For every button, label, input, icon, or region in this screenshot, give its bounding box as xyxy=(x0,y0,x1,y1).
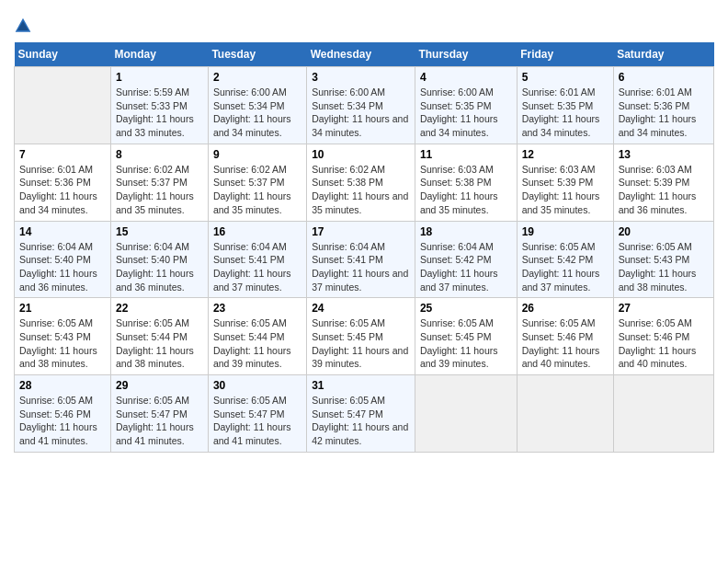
day-number: 27 xyxy=(619,302,709,315)
day-header-friday: Friday xyxy=(517,42,613,67)
calendar-body: 1 Sunrise: 5:59 AM Sunset: 5:33 PM Dayli… xyxy=(15,67,714,453)
day-daylight: Daylight: 11 hours and 34 minutes. xyxy=(619,113,697,138)
day-daylight: Daylight: 11 hours and 33 minutes. xyxy=(116,113,194,138)
calendar-cell: 24 Sunrise: 6:05 AM Sunset: 5:45 PM Dayl… xyxy=(307,298,415,375)
day-sunset: Sunset: 5:35 PM xyxy=(420,100,492,111)
day-sunrise: Sunrise: 6:05 AM xyxy=(116,317,189,328)
day-sunrise: Sunrise: 6:03 AM xyxy=(619,164,692,175)
day-number: 22 xyxy=(116,302,203,315)
day-sunrise: Sunrise: 6:01 AM xyxy=(619,86,692,98)
day-sunset: Sunset: 5:46 PM xyxy=(19,408,91,419)
day-sunrise: Sunrise: 6:04 AM xyxy=(312,241,385,252)
calendar-cell xyxy=(517,375,613,453)
calendar-cell: 28 Sunrise: 6:05 AM Sunset: 5:46 PM Dayl… xyxy=(15,375,111,453)
calendar-cell xyxy=(15,67,111,144)
day-sunrise: Sunrise: 6:01 AM xyxy=(522,86,596,98)
calendar-cell: 8 Sunrise: 6:02 AM Sunset: 5:37 PM Dayli… xyxy=(111,144,209,221)
day-sunset: Sunset: 5:36 PM xyxy=(19,177,91,188)
day-sunset: Sunset: 5:43 PM xyxy=(619,254,690,265)
day-sunrise: Sunrise: 6:02 AM xyxy=(312,164,385,175)
calendar-cell: 1 Sunrise: 5:59 AM Sunset: 5:33 PM Dayli… xyxy=(111,67,209,144)
day-sunset: Sunset: 5:37 PM xyxy=(213,177,285,188)
week-row-3: 14 Sunrise: 6:04 AM Sunset: 5:40 PM Dayl… xyxy=(15,221,714,298)
day-number: 1 xyxy=(116,71,203,84)
day-number: 19 xyxy=(522,225,609,238)
day-daylight: Daylight: 11 hours and 35 minutes. xyxy=(312,190,408,215)
day-sunrise: Sunrise: 6:00 AM xyxy=(312,86,385,98)
day-sunrise: Sunrise: 6:03 AM xyxy=(522,164,596,175)
day-sunset: Sunset: 5:42 PM xyxy=(522,254,594,265)
day-number: 9 xyxy=(213,148,301,161)
day-daylight: Daylight: 11 hours and 41 minutes. xyxy=(19,421,97,446)
day-number: 4 xyxy=(420,71,512,84)
day-sunset: Sunset: 5:39 PM xyxy=(522,177,594,188)
calendar-cell: 15 Sunrise: 6:04 AM Sunset: 5:40 PM Dayl… xyxy=(111,221,209,298)
week-row-2: 7 Sunrise: 6:01 AM Sunset: 5:36 PM Dayli… xyxy=(15,144,714,221)
day-daylight: Daylight: 11 hours and 34 minutes. xyxy=(420,113,498,138)
day-sunset: Sunset: 5:47 PM xyxy=(116,408,188,419)
day-sunrise: Sunrise: 6:01 AM xyxy=(19,164,93,175)
day-number: 7 xyxy=(19,148,106,161)
day-daylight: Daylight: 11 hours and 36 minutes. xyxy=(19,268,97,293)
calendar-cell: 11 Sunrise: 6:03 AM Sunset: 5:38 PM Dayl… xyxy=(415,144,517,221)
day-daylight: Daylight: 11 hours and 40 minutes. xyxy=(619,345,697,370)
day-daylight: Daylight: 11 hours and 37 minutes. xyxy=(213,268,291,293)
day-sunset: Sunset: 5:33 PM xyxy=(116,100,188,111)
day-sunrise: Sunrise: 6:05 AM xyxy=(312,317,385,328)
day-daylight: Daylight: 11 hours and 37 minutes. xyxy=(312,268,408,293)
day-sunset: Sunset: 5:40 PM xyxy=(19,254,91,265)
day-header-saturday: Saturday xyxy=(613,42,713,67)
day-number: 6 xyxy=(619,71,709,84)
week-row-4: 21 Sunrise: 6:05 AM Sunset: 5:43 PM Dayl… xyxy=(15,298,714,375)
week-row-1: 1 Sunrise: 5:59 AM Sunset: 5:33 PM Dayli… xyxy=(15,67,714,144)
calendar-cell: 2 Sunrise: 6:00 AM Sunset: 5:34 PM Dayli… xyxy=(208,67,306,144)
day-number: 14 xyxy=(19,225,106,238)
header xyxy=(14,9,714,35)
calendar-cell: 23 Sunrise: 6:05 AM Sunset: 5:44 PM Dayl… xyxy=(208,298,306,375)
week-row-5: 28 Sunrise: 6:05 AM Sunset: 5:46 PM Dayl… xyxy=(15,375,714,453)
day-sunrise: Sunrise: 6:00 AM xyxy=(420,86,494,98)
day-daylight: Daylight: 11 hours and 39 minutes. xyxy=(213,345,291,370)
day-sunset: Sunset: 5:41 PM xyxy=(312,254,383,265)
logo xyxy=(14,17,36,35)
calendar-cell: 25 Sunrise: 6:05 AM Sunset: 5:45 PM Dayl… xyxy=(415,298,517,375)
day-number: 10 xyxy=(312,148,410,161)
day-daylight: Daylight: 11 hours and 34 minutes. xyxy=(522,113,600,138)
calendar-cell: 12 Sunrise: 6:03 AM Sunset: 5:39 PM Dayl… xyxy=(517,144,613,221)
day-sunset: Sunset: 5:36 PM xyxy=(619,100,690,111)
day-sunrise: Sunrise: 6:05 AM xyxy=(19,317,93,328)
day-sunset: Sunset: 5:41 PM xyxy=(213,254,285,265)
day-daylight: Daylight: 11 hours and 34 minutes. xyxy=(312,113,408,138)
day-number: 12 xyxy=(522,148,609,161)
day-daylight: Daylight: 11 hours and 42 minutes. xyxy=(312,421,408,446)
day-sunset: Sunset: 5:44 PM xyxy=(213,331,285,342)
calendar-cell: 30 Sunrise: 6:05 AM Sunset: 5:47 PM Dayl… xyxy=(208,375,306,453)
calendar-cell: 17 Sunrise: 6:04 AM Sunset: 5:41 PM Dayl… xyxy=(307,221,415,298)
calendar-header: SundayMondayTuesdayWednesdayThursdayFrid… xyxy=(15,42,714,67)
calendar-table: SundayMondayTuesdayWednesdayThursdayFrid… xyxy=(14,42,714,453)
day-number: 2 xyxy=(213,71,301,84)
calendar-cell: 9 Sunrise: 6:02 AM Sunset: 5:37 PM Dayli… xyxy=(208,144,306,221)
calendar-cell: 7 Sunrise: 6:01 AM Sunset: 5:36 PM Dayli… xyxy=(15,144,111,221)
logo-icon xyxy=(14,17,32,35)
calendar-cell: 6 Sunrise: 6:01 AM Sunset: 5:36 PM Dayli… xyxy=(613,67,713,144)
day-header-monday: Monday xyxy=(111,42,209,67)
day-sunrise: Sunrise: 6:05 AM xyxy=(619,317,692,328)
calendar-cell: 18 Sunrise: 6:04 AM Sunset: 5:42 PM Dayl… xyxy=(415,221,517,298)
day-sunset: Sunset: 5:44 PM xyxy=(116,331,188,342)
day-sunset: Sunset: 5:43 PM xyxy=(19,331,91,342)
day-daylight: Daylight: 11 hours and 36 minutes. xyxy=(116,268,194,293)
day-daylight: Daylight: 11 hours and 36 minutes. xyxy=(619,190,697,215)
day-sunset: Sunset: 5:45 PM xyxy=(312,331,383,342)
day-sunrise: Sunrise: 6:02 AM xyxy=(213,164,287,175)
day-sunset: Sunset: 5:47 PM xyxy=(213,408,285,419)
day-sunrise: Sunrise: 6:05 AM xyxy=(116,395,189,406)
calendar-cell: 3 Sunrise: 6:00 AM Sunset: 5:34 PM Dayli… xyxy=(307,67,415,144)
calendar-cell: 14 Sunrise: 6:04 AM Sunset: 5:40 PM Dayl… xyxy=(15,221,111,298)
day-sunset: Sunset: 5:45 PM xyxy=(420,331,492,342)
day-sunset: Sunset: 5:46 PM xyxy=(619,331,690,342)
day-number: 18 xyxy=(420,225,512,238)
day-daylight: Daylight: 11 hours and 35 minutes. xyxy=(420,190,498,215)
day-daylight: Daylight: 11 hours and 34 minutes. xyxy=(213,113,291,138)
day-number: 26 xyxy=(522,302,609,315)
